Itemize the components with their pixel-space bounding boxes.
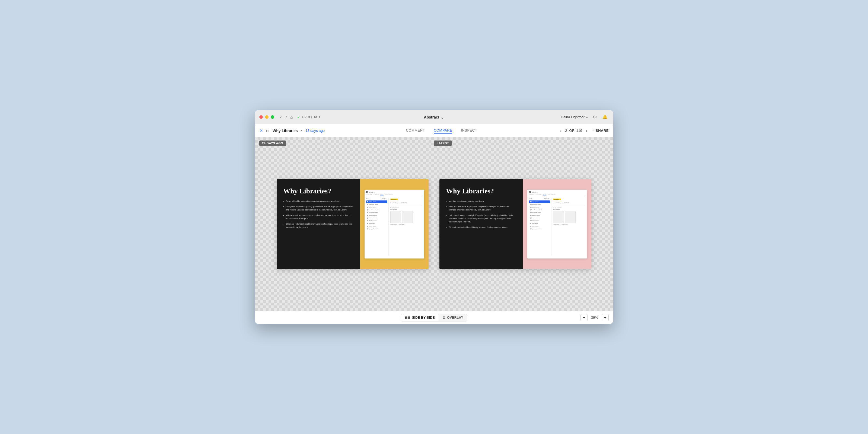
mock-logo-icon: 🅱 [529, 191, 531, 193]
latest-label: LATEST [434, 141, 452, 146]
doc-name: Why Libraries [273, 129, 298, 133]
maximize-button[interactable] [271, 115, 274, 119]
main-window: ‹ › ⌂ ✓ UP TO DATE Abstract ⌄ Daina Ligh… [255, 110, 613, 324]
settings-icon[interactable]: ⚙ [592, 113, 598, 121]
slide-old-left: Why Libraries? Powerful tool for maintai… [277, 179, 360, 269]
page-total: 119 [577, 129, 582, 133]
mock-item: Toasts sketch [366, 222, 388, 225]
status-text: UP TO DATE [302, 115, 321, 119]
slide-new-right: 🅱 Master ··· OVERVIEW COMMITS FILES COLL… [523, 179, 591, 269]
status-badge: ✓ UP TO DATE [297, 115, 321, 119]
close-button[interactable]: ✕ [259, 128, 263, 133]
mock-item: Navigation sketch [366, 214, 388, 216]
user-name[interactable]: Daina Lightfoot ⌄ [561, 115, 589, 119]
mock-item: Changesets sketch [529, 203, 550, 206]
mock-item: Toasts sketch [529, 222, 550, 225]
bell-icon[interactable]: 🔔 [601, 113, 609, 121]
canvas-area: 24 DAYS AGO LATEST Why Libraries? Powerf… [255, 137, 613, 311]
minimize-button[interactable] [265, 115, 269, 119]
mock-item: Tooltips sketch [529, 225, 550, 227]
user-chevron-icon: ⌄ [586, 115, 589, 119]
slide-new-bullet-2: Grab and reuse the appropriate component… [446, 205, 517, 212]
version-label: 24 DAYS AGO [259, 141, 286, 146]
frame-select-icon[interactable]: ⊡ [266, 129, 269, 133]
slide-new-title: Why Libraries? [446, 187, 517, 195]
forward-nav-button[interactable]: › [284, 114, 289, 121]
mock-item: Typography sketch [529, 227, 550, 230]
tab-compare[interactable]: COMPARE [434, 127, 452, 134]
mock-badge: Badges sketch ··· [390, 198, 398, 200]
mock-ui-old: 🅱 Master ··· OVERVIEW COMMITS FILES COLL… [365, 190, 424, 258]
slide-old-title: Why Libraries? [283, 187, 354, 195]
slide-new-bullet-3: Link Libraries across multiple Projects.… [446, 214, 517, 223]
mock-change-box [402, 211, 413, 223]
zoom-in-button[interactable]: + [601, 314, 609, 321]
slide-new-left: Why Libraries? Maintain consistency acro… [439, 179, 523, 269]
share-button[interactable]: ↑ SHARE [592, 129, 609, 133]
slide-new: Why Libraries? Maintain consistency acro… [439, 179, 591, 269]
nav-arrows: ‹ › [279, 114, 289, 121]
title-right: Daina Lightfoot ⌄ ⚙ 🔔 [561, 113, 609, 121]
mock-item: Personas sketch [529, 217, 550, 219]
prev-page-button[interactable]: ‹ [558, 128, 563, 133]
doc-time[interactable]: 13 days ago [305, 129, 325, 133]
side-by-side-button[interactable]: ⊟⊟ SIDE BY SIDE [401, 314, 439, 321]
tab-comment[interactable]: COMMENT [406, 127, 425, 134]
slide-new-bullets: Maintain consistency across your team. G… [446, 199, 517, 229]
traffic-lights [259, 115, 274, 119]
title-bar: ‹ › ⌂ ✓ UP TO DATE Abstract ⌄ Daina Ligh… [255, 110, 613, 124]
slide-new-bullet-1: Maintain consistency across your team. [446, 199, 517, 203]
zoom-out-button[interactable]: − [581, 314, 588, 321]
mock-item: Changesets sketch [366, 203, 388, 206]
mock-change-box [565, 211, 576, 223]
slide-old-bullet-4: Eliminate redundant local Library versio… [283, 222, 354, 229]
mock-item: Sketches sketch [529, 219, 550, 222]
toolbar: ✕ ⊡ Why Libraries · 13 days ago COMMENT … [255, 124, 613, 137]
mock-item: Sketches sketch [366, 219, 388, 222]
page-nav: ‹ 2 OF 119 › [558, 128, 589, 133]
bottom-bar: ⊟⊟ SIDE BY SIDE ⊡ OVERLAY − 39% + [255, 311, 613, 324]
overlay-button[interactable]: ⊡ OVERLAY [439, 314, 467, 321]
close-button[interactable] [259, 115, 263, 119]
mock-item: Personas sketch [366, 217, 388, 219]
mock-item: Form Elements sketch [529, 209, 550, 211]
toolbar-left: ✕ ⊡ Why Libraries · 13 days ago [259, 128, 325, 133]
slide-old-bullet-1: Powerful tool for maintaining consistens… [283, 199, 354, 203]
tab-inspect[interactable]: INSPECT [461, 127, 477, 134]
back-nav-button[interactable]: ‹ [279, 114, 283, 121]
share-icon: ↑ [592, 129, 594, 133]
slide-old: Why Libraries? Powerful tool for maintai… [277, 179, 429, 269]
overlay-icon: ⊡ [443, 316, 445, 319]
home-button[interactable]: ⌂ [290, 115, 293, 120]
chevron-down-icon[interactable]: ⌄ [441, 115, 444, 119]
side-by-side-icon: ⊟⊟ [405, 316, 410, 319]
slide-old-bullets: Powerful tool for maintaining consistens… [283, 199, 354, 229]
mock-item: Navigation sketch [529, 214, 550, 216]
mock-item: Badges sketch [529, 200, 550, 203]
slide-old-bullet-3: With Abstract, we can create a central h… [283, 214, 354, 220]
page-current: 2 [565, 129, 567, 133]
mock-item: Tooltips sketch [366, 225, 388, 227]
mock-badge: Badges sketch ··· [553, 198, 561, 200]
slide-old-bullet-2: Designers are able to quickly grab and r… [283, 205, 354, 212]
next-page-button[interactable]: › [584, 128, 589, 133]
mock-change-box [390, 211, 401, 223]
slide-old-right: 🅱 Master ··· OVERVIEW COMMITS FILES COLL… [360, 179, 429, 269]
mock-item: Cursors sketch [366, 206, 388, 208]
toolbar-tabs: COMMENT COMPARE INSPECT [406, 127, 477, 134]
mock-item: Form Elements sketch [366, 209, 388, 211]
view-toggle: ⊟⊟ SIDE BY SIDE ⊡ OVERLAY [401, 314, 467, 321]
mock-ui-new: 🅱 Master ··· OVERVIEW COMMITS FILES COLL… [527, 190, 587, 258]
mock-item: Iconography sketch [366, 211, 388, 214]
check-icon: ✓ [297, 115, 300, 119]
window-title: Abstract ⌄ [424, 115, 444, 119]
page-separator: OF [569, 129, 574, 133]
mock-change-box [553, 211, 564, 223]
zoom-value: 39% [590, 315, 599, 319]
mock-item: Typography sketch [366, 227, 388, 230]
mock-item: Iconography sketch [529, 211, 550, 214]
separator: · [301, 128, 302, 133]
mock-logo-icon: 🅱 [366, 191, 368, 193]
mock-item: Badges sketch [366, 200, 388, 203]
slide-new-bullet-4: Eliminate redundant local Library versio… [446, 226, 517, 229]
